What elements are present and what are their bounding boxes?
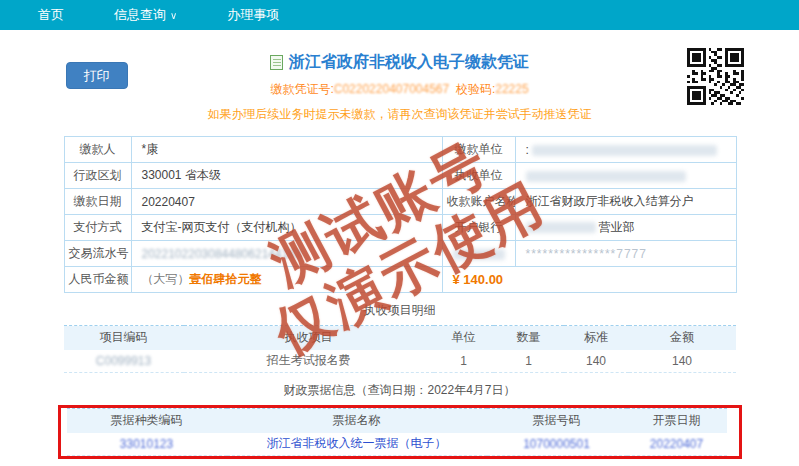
value-serial-no: 202210220308448062144183 bbox=[131, 241, 442, 267]
bill-date-link[interactable]: 20220407 bbox=[650, 437, 703, 451]
info-row-region: 行政区划 330001 省本级 执收单位 bbox=[64, 163, 736, 189]
label-amount: 人民币金额 bbox=[64, 267, 131, 293]
page: 首页 信息查询∨ 办理事项 打印 浙江省政府非税收入电子缴款凭证 缴款凭证号:C… bbox=[0, 0, 799, 466]
redacted-account-label bbox=[453, 249, 505, 260]
highlight-box: 票据种类编码 票据名称 票据号码 开票日期 33010123 浙江省非税收入统一… bbox=[58, 405, 742, 459]
voucher-number-line: 缴款凭证号:C0220220407004567 校验码:22225 bbox=[64, 81, 736, 98]
value-region: 330001 省本级 bbox=[131, 163, 442, 189]
value-bank-tail: 营业部 bbox=[599, 220, 635, 234]
voucher-number-label: 缴款凭证号: bbox=[270, 82, 333, 96]
detail-col-amount: 金额 bbox=[629, 326, 736, 350]
document-icon bbox=[270, 55, 283, 70]
account-tail: 7777 bbox=[616, 247, 647, 261]
page-title: 浙江省政府非税收入电子缴款凭证 bbox=[270, 52, 529, 73]
bill-col-name: 票据名称 bbox=[227, 409, 487, 433]
info-row-serial: 交易流水号 202210220308448062144183 *********… bbox=[64, 241, 736, 267]
voucher-number-value: C0220220407004567 bbox=[334, 82, 449, 96]
label-receive-account-no bbox=[442, 241, 515, 267]
redacted-collect-unit bbox=[526, 171, 686, 182]
bill-number-link[interactable]: 1070000501 bbox=[523, 437, 590, 451]
qr-code-svg bbox=[687, 48, 744, 105]
value-pay-date: 20220407 bbox=[131, 189, 442, 215]
amount-words: 壹佰肆拾元整 bbox=[190, 272, 262, 286]
detail-table: 项目编码 执收项目 单位 数量 标准 金额 C0099913 招生考试报名费 1… bbox=[64, 325, 736, 373]
bill-type-code-link[interactable]: 33010123 bbox=[120, 437, 173, 451]
nav-item-info-query-label: 信息查询 bbox=[114, 7, 166, 22]
account-masked: **************** bbox=[526, 247, 617, 261]
bill-col-type-code: 票据种类编码 bbox=[67, 409, 227, 433]
value-pay-unit-text: : bbox=[526, 143, 529, 157]
detail-qty: 1 bbox=[494, 350, 564, 373]
redacted-bank bbox=[526, 222, 596, 233]
label-payer: 缴款人 bbox=[64, 137, 131, 163]
bill-name-link[interactable]: 浙江省非税收入统一票据（电子） bbox=[267, 436, 447, 450]
nav-item-home[interactable]: 首页 bbox=[38, 6, 64, 24]
bill-name[interactable]: 浙江省非税收入统一票据（电子） bbox=[227, 433, 487, 456]
detail-item: 招生考试报名费 bbox=[184, 350, 434, 373]
bill-number[interactable]: 1070000501 bbox=[487, 433, 627, 456]
value-serial-no-text: 202210220308448062144183 bbox=[142, 247, 302, 261]
label-receive-account-name: 收款账户名称 bbox=[442, 189, 515, 215]
redacted-pay-unit bbox=[532, 145, 717, 156]
bill-type-code[interactable]: 33010123 bbox=[67, 433, 227, 456]
detail-data-row: C0099913 招生考试报名费 1 1 140 140 bbox=[64, 350, 736, 373]
value-pay-method: 支付宝-网页支付（支付机构） bbox=[131, 215, 442, 241]
value-bank: 营业部 bbox=[515, 215, 736, 241]
content: 打印 浙江省政府非税收入电子缴款凭证 缴款凭证号:C02202204070045… bbox=[64, 48, 736, 466]
bill-section-title: 财政票据信息（查询日期：2022年4月7日） bbox=[64, 382, 736, 399]
label-bank: 开户银行 bbox=[442, 215, 515, 241]
info-row-date: 缴款日期 20220407 收款账户名称 浙江省财政厅非税收入结算分户 bbox=[64, 189, 736, 215]
value-pay-unit: : bbox=[515, 137, 736, 163]
header-band: 打印 浙江省政府非税收入电子缴款凭证 缴款凭证号:C02202204070045… bbox=[64, 48, 736, 130]
bill-data-row: 33010123 浙江省非税收入统一票据（电子） 1070000501 2022… bbox=[67, 433, 727, 456]
label-pay-unit: 缴款单位 bbox=[442, 137, 515, 163]
amount-words-prefix: （大写） bbox=[142, 272, 190, 286]
bill-table: 票据种类编码 票据名称 票据号码 开票日期 33010123 浙江省非税收入统一… bbox=[67, 408, 727, 456]
detail-col-std: 标准 bbox=[564, 326, 629, 350]
qr-code bbox=[687, 48, 744, 105]
detail-col-unit: 单位 bbox=[434, 326, 494, 350]
info-row-payer: 缴款人 *康 缴款单位 : bbox=[64, 137, 736, 163]
label-region: 行政区划 bbox=[64, 163, 131, 189]
print-button[interactable]: 打印 bbox=[66, 62, 128, 89]
bill-date[interactable]: 20220407 bbox=[627, 433, 727, 456]
value-amount-words: （大写）壹佰肆拾元整 bbox=[131, 267, 442, 293]
payment-info-table: 缴款人 *康 缴款单位 : 行政区划 330001 省本级 执收单位 缴款日期 … bbox=[64, 136, 737, 293]
detail-col-item: 执收项目 bbox=[184, 326, 434, 350]
chevron-down-icon: ∨ bbox=[170, 10, 177, 21]
value-receive-account-no: ****************7777 bbox=[515, 241, 736, 267]
check-code-label: 校验码: bbox=[456, 82, 495, 96]
detail-amount: 140 bbox=[629, 350, 736, 373]
check-code-value: 22225 bbox=[495, 82, 528, 96]
detail-unit: 1 bbox=[434, 350, 494, 373]
detail-col-qty: 数量 bbox=[494, 326, 564, 350]
value-receive-account-name: 浙江省财政厅非税收入结算分户 bbox=[515, 189, 736, 215]
nav-item-services[interactable]: 办理事项 bbox=[227, 6, 279, 24]
detail-section-title: 执收项目明细 bbox=[64, 302, 736, 319]
bill-col-number: 票据号码 bbox=[487, 409, 627, 433]
bill-header-row: 票据种类编码 票据名称 票据号码 开票日期 bbox=[67, 409, 727, 433]
value-amount-number: ¥ 140.00 bbox=[442, 267, 736, 293]
detail-header-row: 项目编码 执收项目 单位 数量 标准 金额 bbox=[64, 326, 736, 350]
top-nav: 首页 信息查询∨ 办理事项 bbox=[0, 0, 799, 30]
value-payer: *康 bbox=[131, 137, 442, 163]
label-pay-method: 支付方式 bbox=[64, 215, 131, 241]
detail-code: C0099913 bbox=[64, 350, 184, 373]
value-collect-unit bbox=[515, 163, 736, 189]
label-serial-no: 交易流水号 bbox=[64, 241, 131, 267]
nav-item-info-query[interactable]: 信息查询∨ bbox=[114, 6, 177, 24]
page-title-text: 浙江省政府非税收入电子缴款凭证 bbox=[289, 52, 529, 73]
label-collect-unit: 执收单位 bbox=[442, 163, 515, 189]
info-row-amount: 人民币金额 （大写）壹佰肆拾元整 ¥ 140.00 bbox=[64, 267, 736, 293]
bill-col-date: 开票日期 bbox=[627, 409, 727, 433]
label-pay-date: 缴款日期 bbox=[64, 189, 131, 215]
info-row-pay-method: 支付方式 支付宝-网页支付（支付机构） 开户银行 营业部 bbox=[64, 215, 736, 241]
detail-col-code: 项目编码 bbox=[64, 326, 184, 350]
warning-text: 如果办理后续业务时提示未缴款，请再次查询该凭证并尝试手动推送凭证 bbox=[64, 106, 736, 123]
detail-std: 140 bbox=[564, 350, 629, 373]
detail-code-text: C0099913 bbox=[96, 354, 151, 368]
